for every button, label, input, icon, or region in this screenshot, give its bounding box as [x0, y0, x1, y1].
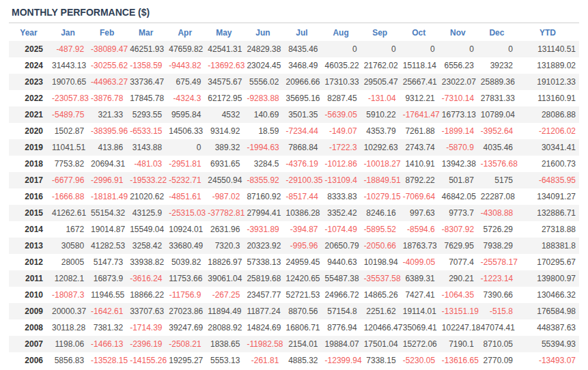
value-cell: 9595.84 — [165, 106, 204, 123]
value-cell: -1074.49 — [322, 221, 361, 238]
value-cell: -11982.58 — [243, 336, 282, 352]
value-cell: -3931.89 — [243, 221, 282, 238]
value-cell: 47659.82 — [165, 41, 204, 57]
value-cell: -38089.47 — [87, 41, 126, 57]
value-cell: -13109.4 — [322, 172, 361, 188]
value-cell: -11756.9 — [165, 287, 204, 303]
value-cell: 7190.1 — [438, 336, 477, 352]
value-cell: 10924.01 — [165, 221, 204, 238]
value-cell: 8776.94 — [322, 319, 361, 336]
value-cell: 7261.88 — [400, 123, 438, 139]
value-cell: 25667.41 — [400, 74, 438, 90]
value-cell: 28088.92 — [204, 319, 243, 336]
value-cell: 5147.73 — [87, 254, 126, 270]
value-cell: 11894.49 — [204, 303, 243, 319]
value-cell: -1642.61 — [87, 303, 126, 319]
value-cell: 5856.83 — [48, 352, 87, 369]
value-cell: 22287.08 — [477, 188, 516, 205]
column-header-nov: Nov — [438, 24, 477, 41]
value-cell: 52721.53 — [282, 287, 321, 303]
table-row: 202319070.65-44963.2733736.47675.4934575… — [9, 74, 579, 90]
value-cell: -5230.05 — [400, 352, 438, 369]
value-cell: 10789.04 — [477, 106, 516, 123]
value-cell: 19070.65 — [48, 74, 87, 90]
value-cell: 4532 — [204, 106, 243, 123]
value-cell: 19014.87 — [87, 221, 126, 238]
value-cell: -995.96 — [282, 238, 321, 254]
value-cell: 39061.04 — [204, 270, 243, 287]
value-cell: 57154.8 — [322, 303, 361, 319]
value-cell: 3352.42 — [322, 205, 361, 221]
value-cell: -1223.14 — [477, 270, 516, 287]
table-row: 20071198.06-1466.13-2396.19-2508.211838.… — [9, 336, 579, 352]
value-cell: -5870.9 — [438, 139, 477, 156]
value-cell: 413.86 — [87, 139, 126, 156]
table-row: 2012280055147.7333938.825039.8218826.975… — [9, 254, 579, 270]
value-cell: 14824.69 — [243, 319, 282, 336]
value-cell: 62172.95 — [204, 90, 243, 106]
column-header-aug: Aug — [322, 24, 361, 41]
value-cell: 290.21 — [438, 270, 477, 287]
value-cell: 46035.22 — [322, 57, 361, 74]
value-cell: 28005 — [48, 254, 87, 270]
year-cell: 2023 — [9, 74, 48, 90]
value-cell: -515.8 — [477, 303, 516, 319]
year-cell: 2015 — [9, 205, 48, 221]
value-cell: -25578.17 — [477, 254, 516, 270]
table-row: 2016-1666.88-18181.4921020.62-4851.61-98… — [9, 188, 579, 205]
value-cell: -10018.27 — [361, 156, 400, 172]
ytd-cell: 131140.51 — [516, 41, 579, 57]
value-cell: 7381.32 — [87, 319, 126, 336]
value-cell: 11946.55 — [87, 287, 126, 303]
value-cell: -5489.75 — [48, 106, 87, 123]
value-cell: -4099.05 — [400, 254, 438, 270]
value-cell: -2508.21 — [165, 336, 204, 352]
value-cell: 9312.21 — [400, 90, 438, 106]
value-cell: -23057.83 — [48, 90, 87, 106]
ytd-cell: 139800.97 — [516, 270, 579, 287]
value-cell: -3616.24 — [126, 270, 165, 287]
value-cell: -13528.15 — [87, 352, 126, 369]
ytd-cell: -21206.02 — [516, 123, 579, 139]
ytd-cell: 130466.32 — [516, 287, 579, 303]
value-cell: -9283.88 — [243, 90, 282, 106]
year-cell: 2017 — [9, 172, 48, 188]
value-cell: 1198.06 — [48, 336, 87, 352]
value-cell: 5910.22 — [361, 106, 400, 123]
value-cell: 14506.33 — [165, 123, 204, 139]
value-cell: -9443.82 — [165, 57, 204, 74]
value-cell: 18.59 — [243, 123, 282, 139]
value-cell: 39232 — [477, 57, 516, 74]
value-cell: 3258.42 — [126, 238, 165, 254]
value-cell: 7868.84 — [282, 139, 321, 156]
column-header-jul: Jul — [282, 24, 321, 41]
value-cell: 1410.91 — [400, 156, 438, 172]
value-cell: 6931.65 — [204, 156, 243, 172]
value-cell: 27831.33 — [477, 90, 516, 106]
header-row: YearJanFebMarAprMayJunJulAugSepOctNovDec… — [9, 24, 579, 41]
value-cell: 7338.15 — [361, 352, 400, 369]
ytd-cell: -13493.07 — [516, 352, 579, 369]
value-cell: 9440.63 — [322, 254, 361, 270]
value-cell: 12420.65 — [282, 270, 321, 287]
year-cell: 2021 — [9, 106, 48, 123]
value-cell: 87160.92 — [243, 188, 282, 205]
value-cell: 7320.3 — [204, 238, 243, 254]
value-cell: 27023.86 — [165, 303, 204, 319]
ytd-cell: 188381.8 — [516, 238, 579, 254]
table-row: 2021-5489.75321.335293.559595.844532140.… — [9, 106, 579, 123]
column-header-year: Year — [9, 24, 48, 41]
value-cell: 321.33 — [87, 106, 126, 123]
value-cell: 2743.74 — [400, 139, 438, 156]
value-cell: 30580 — [48, 238, 87, 254]
value-cell: 9773.7 — [438, 205, 477, 221]
column-header-dec: Dec — [477, 24, 516, 41]
value-cell: 15549.04 — [126, 221, 165, 238]
value-cell: 0 — [322, 41, 361, 57]
value-cell: 35069.41 — [400, 319, 438, 336]
value-cell: 46842.05 — [438, 188, 477, 205]
table-row: 2017-6677.96-2996.91-19533.22-5232.71245… — [9, 172, 579, 188]
value-cell: -14155.26 — [126, 352, 165, 369]
value-cell: 39247.69 — [165, 319, 204, 336]
value-cell: -267.25 — [204, 287, 243, 303]
